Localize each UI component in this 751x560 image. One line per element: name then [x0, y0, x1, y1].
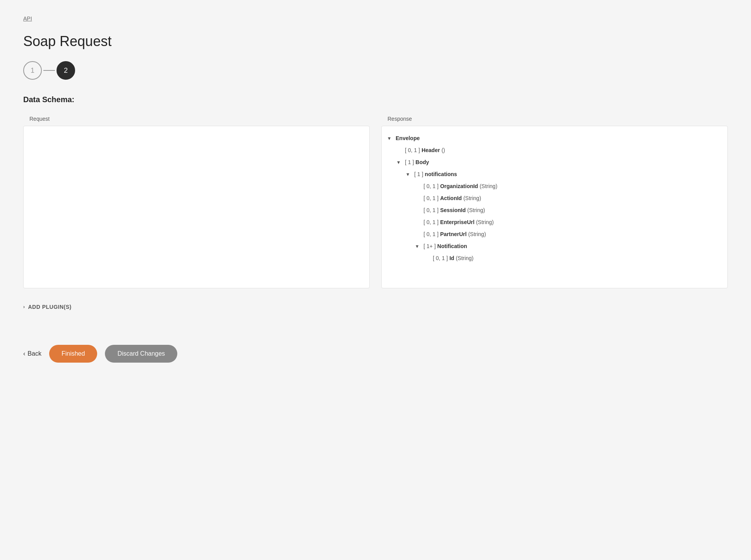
footer-actions: ‹ Back Finished Discard Changes	[23, 333, 728, 374]
tree-range-organizationid: [ 0, 1 ]	[424, 182, 439, 190]
tree-range-sessionid: [ 0, 1 ]	[424, 206, 439, 214]
stepper: 1 2	[23, 61, 728, 80]
request-panel-label: Request	[23, 116, 370, 122]
tree-type-header: ()	[441, 146, 445, 154]
tree-label-actionid: ActionId	[440, 194, 462, 202]
tree-item-header: [ 0, 1 ]Header()	[397, 144, 721, 156]
tree-label-sessionid: SessionId	[440, 206, 466, 214]
tree-item-envelope[interactable]: ▾Envelope	[388, 132, 721, 144]
breadcrumb[interactable]: API	[23, 15, 728, 22]
tree-range-actionid: [ 0, 1 ]	[424, 194, 439, 202]
schema-container: ▾Envelope[ 0, 1 ]Header()▾[ 1 ]Body▾[ 1 …	[23, 126, 728, 288]
request-schema-box	[23, 126, 370, 288]
tree-type-sessionid: (String)	[467, 206, 485, 214]
tree-type-enterpriseurl: (String)	[476, 218, 494, 226]
tree-type-partnerurl: (String)	[468, 230, 486, 238]
back-arrow-icon: ‹	[23, 350, 25, 357]
back-button[interactable]: ‹ Back	[23, 350, 41, 357]
chevron-right-icon: ›	[23, 304, 25, 310]
step-1[interactable]: 1	[23, 61, 42, 80]
tree-label-partnerurl: PartnerUrl	[440, 230, 466, 238]
tree-toggle-envelope[interactable]: ▾	[388, 134, 396, 142]
tree-item-enterpriseurl: [ 0, 1 ]EnterpriseUrl(String)	[416, 216, 721, 228]
tree-range-body: [ 1 ]	[405, 158, 414, 166]
response-schema-box: ▾Envelope[ 0, 1 ]Header()▾[ 1 ]Body▾[ 1 …	[381, 126, 728, 288]
tree-label-envelope: Envelope	[396, 134, 420, 142]
step-2[interactable]: 2	[57, 61, 75, 80]
tree-label-notifications: notifications	[425, 170, 457, 178]
section-title: Data Schema:	[23, 95, 728, 104]
tree-range-id: [ 0, 1 ]	[433, 254, 448, 262]
tree-item-actionid: [ 0, 1 ]ActionId(String)	[416, 192, 721, 204]
tree-label-header: Header	[422, 146, 440, 154]
tree-type-actionid: (String)	[463, 194, 481, 202]
tree-toggle-notification[interactable]: ▾	[416, 242, 424, 250]
back-label: Back	[27, 350, 41, 357]
tree-item-partnerurl: [ 0, 1 ]PartnerUrl(String)	[416, 228, 721, 240]
column-labels: Request Response	[23, 116, 728, 122]
tree-range-enterpriseurl: [ 0, 1 ]	[424, 218, 439, 226]
tree-type-id: (String)	[456, 254, 473, 262]
tree-range-notification: [ 1+ ]	[424, 242, 436, 250]
tree-item-notifications[interactable]: ▾[ 1 ]notifications	[406, 168, 721, 180]
tree-range-notifications: [ 1 ]	[414, 170, 423, 178]
tree-type-organizationid: (String)	[480, 182, 497, 190]
tree-label-enterpriseurl: EnterpriseUrl	[440, 218, 475, 226]
tree-item-id: [ 0, 1 ]Id(String)	[425, 252, 721, 264]
tree-label-organizationid: OrganizationId	[440, 182, 478, 190]
tree-label-notification: Notification	[437, 242, 467, 250]
add-plugins-label: ADD PLUGIN(S)	[28, 304, 72, 310]
page-title: Soap Request	[23, 33, 728, 50]
finished-button[interactable]: Finished	[49, 345, 97, 363]
response-panel-label: Response	[381, 116, 728, 122]
add-plugins[interactable]: › ADD PLUGIN(S)	[23, 304, 728, 310]
tree-item-body[interactable]: ▾[ 1 ]Body	[397, 156, 721, 168]
discard-changes-button[interactable]: Discard Changes	[105, 345, 177, 363]
tree-range-header: [ 0, 1 ]	[405, 146, 420, 154]
tree-item-notification[interactable]: ▾[ 1+ ]Notification	[416, 240, 721, 252]
step-connector	[43, 70, 55, 71]
tree-label-id: Id	[449, 254, 454, 262]
tree-label-body: Body	[415, 158, 429, 166]
tree-item-organizationid: [ 0, 1 ]OrganizationId(String)	[416, 180, 721, 192]
tree-toggle-body[interactable]: ▾	[397, 158, 405, 166]
response-tree: ▾Envelope[ 0, 1 ]Header()▾[ 1 ]Body▾[ 1 …	[388, 132, 721, 264]
tree-range-partnerurl: [ 0, 1 ]	[424, 230, 439, 238]
tree-item-sessionid: [ 0, 1 ]SessionId(String)	[416, 204, 721, 216]
tree-toggle-notifications[interactable]: ▾	[406, 170, 414, 178]
